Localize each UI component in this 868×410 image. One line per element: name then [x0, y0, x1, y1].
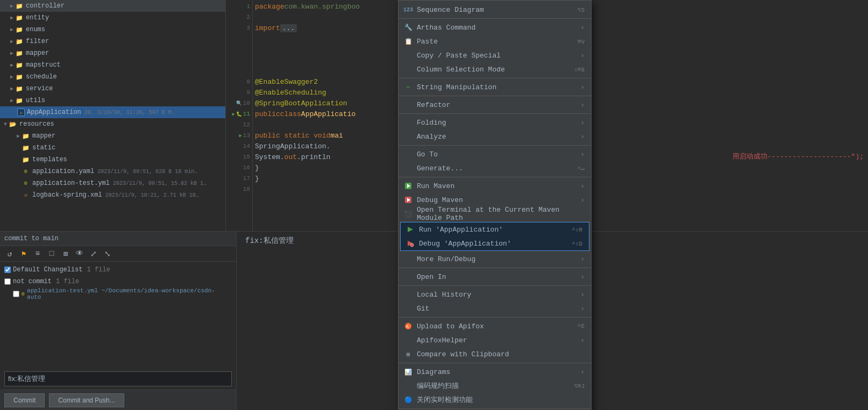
- menu-item-open-terminal[interactable]: ⬛ Open Terminal at the Current Maven Mod…: [399, 207, 591, 221]
- toolbar-btn-undo[interactable]: ↺: [4, 248, 15, 259]
- tree-item-enums[interactable]: ▶ 📁 enums: [0, 24, 225, 35]
- menu-item-label-open-terminal: Open Terminal at the Current Maven Modul…: [417, 206, 585, 222]
- menu-item-refactor[interactable]: Refactor ›: [399, 98, 591, 112]
- toolbar-btn-shrink[interactable]: ⤡: [102, 248, 113, 259]
- menu-item-sequence-diagram[interactable]: 123 Sequence Diagram ⌥S: [399, 3, 591, 17]
- tree-item-resources[interactable]: ▼ 📂 resources: [0, 118, 225, 130]
- menu-sep-1: [399, 18, 591, 19]
- tree-arrow-utils[interactable]: ▶: [9, 97, 15, 104]
- menu-sep-9: [399, 317, 591, 318]
- tree-item-mapper-nested[interactable]: ▶ 📁 mapper: [0, 130, 225, 142]
- tree-item-service[interactable]: ▶ 📁 service: [0, 83, 225, 95]
- tree-label-static: static: [32, 144, 55, 152]
- debug-icon-gutter[interactable]: 🐛: [236, 111, 242, 117]
- run-icon-gutter[interactable]: ▶: [232, 111, 234, 117]
- tree-item-templates[interactable]: 📁 templates: [0, 154, 225, 166]
- commit-and-push-button[interactable]: Commit and Push...: [49, 393, 124, 407]
- commit-button[interactable]: Commit: [4, 393, 45, 407]
- tree-item-mapper[interactable]: ▶ 📁 mapper: [0, 47, 225, 59]
- menu-item-close-realtime[interactable]: 🔵 关闭实时检测功能: [399, 393, 591, 407]
- menu-item-arthas[interactable]: 🔧 Arthas Command ›: [399, 20, 591, 34]
- code-line-4: [253, 33, 405, 44]
- commit-message-input[interactable]: [4, 371, 232, 386]
- menu-item-run-maven[interactable]: Run Maven ›: [399, 179, 591, 193]
- gutter-line-11[interactable]: ▶ 🐛 11: [226, 109, 252, 119]
- menu-item-debug-app[interactable]: Debug 'AppApplication' ^⇧D: [401, 236, 589, 250]
- more-run-debug-arrow-icon: ›: [580, 255, 585, 263]
- commit-file-checkbox[interactable]: [13, 291, 19, 297]
- tree-item-logback-xml[interactable]: ◇ logback-spring.xml 2023/11/9, 10:21, 2…: [0, 189, 225, 201]
- tree-arrow-resources[interactable]: ▼: [2, 121, 9, 127]
- menu-item-apifox-helper[interactable]: ApifoxHelper ›: [399, 333, 591, 347]
- menu-item-label-arthas: Arthas Command: [417, 24, 578, 32]
- commit-msg-text: fix:私信管理: [245, 236, 294, 245]
- toolbar-btn-eye[interactable]: 👁: [74, 248, 85, 259]
- commit-message-container: [0, 369, 236, 389]
- toolbar-btn-square[interactable]: □: [46, 248, 57, 259]
- menu-item-debug-maven[interactable]: Debug Maven ›: [399, 193, 591, 207]
- tree-arrow-enums[interactable]: ▶: [9, 26, 15, 33]
- toolbar-btn-expand[interactable]: ⤢: [88, 248, 99, 259]
- code-editor: 1 2 3 8 9 🔍 10 ▶ 🐛 11 12 ▶ 13 14: [226, 0, 406, 231]
- tree-item-utils[interactable]: ▶ 📁 utils: [0, 95, 225, 106]
- folder-icon-templates: 📁: [22, 155, 30, 164]
- menu-item-label-git: Git: [417, 305, 578, 313]
- tree-arrow-mapper[interactable]: ▶: [9, 50, 15, 56]
- menu-item-folding[interactable]: Folding ›: [399, 116, 591, 130]
- tree-item-filter[interactable]: ▶ 📁 filter: [0, 35, 225, 47]
- tree-item-mapstruct[interactable]: ▶ 📁 mapstruct: [0, 59, 225, 71]
- code-line-16: }: [253, 162, 405, 173]
- default-changelist-checkbox[interactable]: [4, 267, 11, 273]
- code-line-15: System.out.println: [253, 152, 405, 162]
- toolbar-btn-grid[interactable]: ⊞: [60, 248, 71, 259]
- menu-item-run-app[interactable]: Run 'AppApplication' ^⇧R: [401, 222, 589, 236]
- menu-item-copy-paste-special[interactable]: Copy / Paste Special ›: [399, 48, 591, 62]
- menu-item-more-run-debug[interactable]: More Run/Debug ›: [399, 252, 591, 266]
- tree-arrow-schedule[interactable]: ▶: [9, 74, 15, 80]
- tree-arrow-mapper-nested[interactable]: ▶: [15, 133, 22, 139]
- menu-item-git[interactable]: Git ›: [399, 301, 591, 315]
- toolbar-btn-flag[interactable]: ⚑: [18, 248, 29, 259]
- menu-item-compare-clipboard[interactable]: ⊞ Compare with Clipboard: [399, 347, 591, 361]
- menu-item-column-selection[interactable]: Column Selection Mode ⇧⌘8: [399, 62, 591, 76]
- code-content-area[interactable]: package com.kwan.springboo import ... @E…: [253, 0, 405, 231]
- run-icon-gutter-13[interactable]: ▶: [239, 133, 241, 139]
- menu-item-label-column-selection: Column Selection Mode: [417, 66, 567, 74]
- tree-arrow-mapstruct[interactable]: ▶: [9, 62, 15, 68]
- menu-item-paste[interactable]: 📋 Paste ⌘V: [399, 34, 591, 48]
- menu-item-local-history[interactable]: Local History ›: [399, 287, 591, 301]
- toolbar-btn-list[interactable]: ≡: [32, 248, 43, 259]
- menu-item-label-refactor: Refactor: [417, 101, 578, 109]
- menu-item-diagrams[interactable]: 📊 Diagrams ›: [399, 365, 591, 379]
- menu-item-goto[interactable]: Go To ›: [399, 147, 591, 161]
- menu-shortcut-generate: ^↵: [578, 165, 585, 172]
- not-commit-checkbox[interactable]: [4, 278, 11, 285]
- tree-item-schedule[interactable]: ▶ 📁 schedule: [0, 71, 225, 83]
- commit-file-item[interactable]: ⚙ application-test.yml ~/Documents/idea-…: [4, 286, 232, 301]
- menu-item-open-in[interactable]: Open In ›: [399, 270, 591, 284]
- tree-item-controller[interactable]: ▶ 📁 controller: [0, 0, 225, 12]
- tree-arrow-entity[interactable]: ▶: [9, 15, 15, 21]
- menu-item-code-scan[interactable]: 编码规约扫描 ⌥⌘J: [399, 379, 591, 393]
- menu-item-label-open-in: Open In: [417, 273, 578, 281]
- tree-item-static[interactable]: 📁 static: [0, 142, 225, 154]
- menu-item-label-more-run-debug: More Run/Debug: [417, 255, 578, 263]
- menu-item-generate[interactable]: Generate... ^↵: [399, 161, 591, 175]
- menu-item-string-manipulation[interactable]: ✂ String Manipulation ›: [399, 80, 591, 94]
- tree-item-application-yaml[interactable]: ⚙ application.yaml 2023/11/9, 09:51, 628…: [0, 166, 225, 177]
- yaml-file-icon: ⚙: [22, 167, 30, 176]
- folder-icon-mapper: 📁: [15, 49, 24, 57]
- not-commit-count: 1 file: [56, 278, 79, 285]
- output-text: 用启动成功--------------------");: [728, 150, 868, 162]
- menu-shortcut-sequence-diagram: ⌥S: [578, 6, 585, 13]
- tree-item-application-test-yaml[interactable]: ⚙ application-test.yml 2023/11/9, 09:51,…: [0, 177, 225, 189]
- menu-item-upload-apifox[interactable]: A Upload to Apifox ^E: [399, 319, 591, 333]
- menu-item-analyze[interactable]: Analyze ›: [399, 130, 591, 143]
- tree-item-entity[interactable]: ▶ 📁 entity: [0, 12, 225, 24]
- menu-shortcut-paste: ⌘V: [578, 38, 585, 45]
- tree-arrow-service[interactable]: ▶: [9, 85, 15, 92]
- tree-arrow-controller[interactable]: ▶: [9, 3, 15, 9]
- tree-item-app-application[interactable]: ☕ AppApplication 20… 3/10/30, 11:28, 597…: [0, 106, 225, 118]
- tree-arrow-filter[interactable]: ▶: [9, 38, 15, 45]
- tree-meta-app-yaml: 2023/11/9, 09:51, 628 B 18 min…: [97, 169, 197, 175]
